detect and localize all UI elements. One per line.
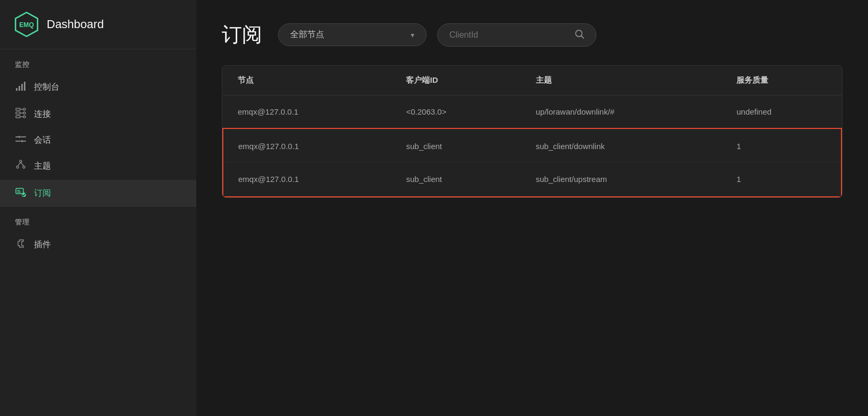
search-input[interactable] [449, 30, 568, 40]
sidebar: EMQ Dashboard 监控 控制台 [0, 0, 196, 416]
svg-point-12 [23, 108, 25, 110]
col-header-node: 节点 [223, 66, 391, 96]
col-header-topic: 主题 [521, 66, 722, 96]
cell-node-2: emqx@127.0.0.1 [223, 128, 391, 163]
sidebar-item-label-subscription: 订阅 [34, 188, 51, 199]
sidebar-item-label-session: 会话 [34, 135, 51, 146]
cell-node-1: emqx@127.0.0.1 [223, 96, 391, 129]
sidebar-section-label-monitor: 监控 [0, 49, 196, 74]
sidebar-item-console[interactable]: 控制台 [0, 74, 196, 101]
subscription-icon [15, 187, 27, 200]
svg-point-15 [20, 160, 22, 162]
chevron-down-icon: ▾ [411, 31, 414, 39]
cell-topic-1: up/lorawan/downlink/# [521, 96, 722, 129]
topic-icon [15, 160, 27, 173]
cell-qos-2: 1 [722, 128, 841, 163]
sidebar-item-subscription[interactable]: 订阅 [0, 180, 196, 207]
session-icon [15, 135, 27, 146]
svg-rect-3 [19, 86, 20, 91]
sidebar-item-session[interactable]: 会话 [0, 128, 196, 153]
svg-point-16 [16, 166, 19, 168]
table-row: emqx@127.0.0.1 sub_client sub_client/ups… [223, 163, 841, 197]
node-dropdown-label: 全部节点 [290, 29, 324, 40]
table-row: emqx@127.0.0.1 <0.2063.0> up/lorawan/dow… [223, 96, 841, 129]
cell-client-id-1: <0.2063.0> [391, 96, 520, 129]
svg-line-19 [21, 162, 24, 166]
cell-client-id-3: sub_client [391, 163, 520, 197]
col-header-qos: 服务质量 [722, 66, 841, 96]
sidebar-item-label-connection: 连接 [34, 109, 51, 120]
sidebar-item-label-plugins: 插件 [34, 239, 51, 250]
sidebar-section-admin: 管理 插件 [0, 207, 196, 258]
sidebar-header: EMQ Dashboard [0, 0, 196, 49]
svg-rect-2 [16, 88, 18, 91]
svg-rect-20 [16, 188, 23, 194]
sidebar-section-monitor: 监控 控制台 [0, 49, 196, 207]
col-header-client-id: 客户端ID [391, 66, 520, 96]
svg-line-18 [18, 162, 21, 166]
plugins-icon [15, 238, 27, 252]
main-content: 订阅 全部节点 ▾ 节点 客户端ID 主题 服务质量 [196, 0, 868, 416]
emq-logo-icon: EMQ [13, 11, 40, 38]
cell-qos-3: 1 [722, 163, 841, 197]
svg-point-13 [23, 112, 25, 114]
cell-node-3: emqx@127.0.0.1 [223, 163, 391, 197]
table-row: emqx@127.0.0.1 sub_client sub_client/dow… [223, 128, 841, 163]
search-icon [575, 29, 584, 41]
sidebar-item-connection[interactable]: 连接 [0, 101, 196, 128]
cell-topic-3: sub_client/upstream [521, 163, 722, 197]
subscriptions-table: 节点 客户端ID 主题 服务质量 emqx@127.0.0.1 <0.2063.… [222, 66, 842, 197]
node-dropdown[interactable]: 全部节点 ▾ [278, 23, 427, 46]
svg-point-14 [23, 116, 25, 118]
table-container: 节点 客户端ID 主题 服务质量 emqx@127.0.0.1 <0.2063.… [222, 65, 843, 198]
page-title: 订阅 [222, 21, 262, 48]
sidebar-title: Dashboard [47, 18, 104, 31]
sidebar-section-label-admin: 管理 [0, 207, 196, 231]
cell-qos-1: undefined [722, 96, 841, 129]
cell-client-id-2: sub_client [391, 128, 520, 163]
cell-topic-2: sub_client/downlink [521, 128, 722, 163]
svg-rect-7 [16, 112, 20, 114]
console-icon [15, 81, 27, 94]
svg-text:EMQ: EMQ [19, 21, 34, 29]
sidebar-item-label-console: 控制台 [34, 82, 59, 93]
sidebar-item-label-topic: 主题 [34, 161, 51, 172]
svg-point-17 [23, 166, 25, 168]
page-header: 订阅 全部节点 ▾ [222, 21, 843, 48]
svg-rect-5 [24, 82, 25, 91]
svg-rect-6 [16, 108, 20, 110]
sidebar-item-topic[interactable]: 主题 [0, 153, 196, 180]
svg-point-22 [576, 30, 582, 37]
svg-line-23 [581, 36, 584, 38]
table-header-row: 节点 客户端ID 主题 服务质量 [223, 66, 841, 96]
sidebar-item-plugins[interactable]: 插件 [0, 231, 196, 258]
svg-rect-8 [16, 116, 20, 118]
svg-rect-4 [21, 84, 23, 91]
connection-icon [15, 108, 27, 121]
search-box[interactable] [437, 23, 596, 47]
